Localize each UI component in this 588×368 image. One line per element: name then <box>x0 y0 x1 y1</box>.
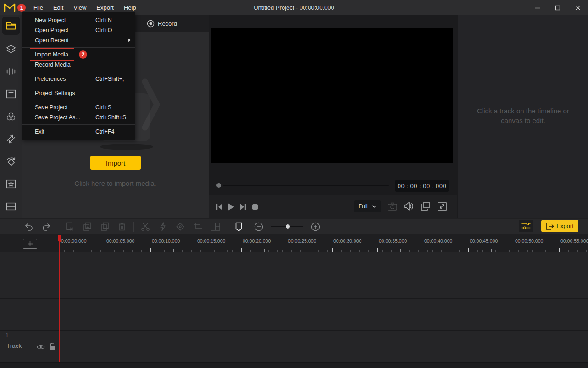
menu-separator <box>22 124 135 125</box>
sidebar-item-split-screen[interactable] <box>0 195 22 217</box>
duplicate-button[interactable] <box>96 219 113 234</box>
timeline-zoom-out-button[interactable] <box>250 219 267 234</box>
snapshot-button[interactable] <box>386 200 399 212</box>
next-frame-icon <box>239 203 247 211</box>
file-menu-dropdown: New ProjectCtrl+N Open ProjectCtrl+O Ope… <box>22 12 135 140</box>
split-button[interactable] <box>137 219 154 234</box>
sidebar-item-motion[interactable] <box>0 150 22 173</box>
trash-icon <box>118 222 126 231</box>
track-name: Track <box>6 342 22 349</box>
next-frame-button[interactable] <box>237 201 249 213</box>
sidebar <box>0 15 22 218</box>
marker-icon <box>235 222 242 231</box>
export-label: Export <box>556 223 574 229</box>
seek-handle[interactable] <box>216 183 221 188</box>
split-screen-icon <box>5 201 17 212</box>
menu-separator <box>22 100 135 100</box>
track-visibility-toggle[interactable] <box>37 344 45 352</box>
import-hint[interactable]: Click here to import media. <box>22 179 209 187</box>
mute-button[interactable] <box>403 200 415 212</box>
previous-frame-icon <box>215 203 223 211</box>
sidebar-item-text[interactable] <box>0 83 22 105</box>
preview-canvas[interactable] <box>211 28 453 163</box>
sidebar-item-transitions[interactable] <box>0 128 22 150</box>
maximize-button[interactable] <box>548 0 568 15</box>
speaker-icon <box>404 202 414 211</box>
menu-separator <box>22 86 135 86</box>
menu-item-save-project[interactable]: Save ProjectCtrl+S <box>22 102 135 112</box>
previous-frame-button[interactable] <box>213 201 225 213</box>
menu-item-save-project-as[interactable]: Save Project As...Ctrl+Shift+S <box>22 112 135 123</box>
timeline-zoom-knob[interactable] <box>286 224 290 229</box>
menu-item-project-settings[interactable]: Project Settings <box>22 88 135 98</box>
undo-button[interactable] <box>20 219 38 234</box>
ruler-tick <box>128 249 128 252</box>
app-logo-icon <box>4 3 16 13</box>
redo-button[interactable] <box>38 219 55 234</box>
sidebar-item-media[interactable] <box>2 17 20 35</box>
menu-item-record-media[interactable]: Record Media <box>22 60 135 70</box>
close-button[interactable] <box>568 0 588 15</box>
stop-button[interactable] <box>249 201 261 213</box>
timeline-tracks[interactable]: 1 Track <box>0 252 588 368</box>
sidebar-item-filters[interactable] <box>0 105 22 128</box>
quick-split-button[interactable] <box>154 219 172 234</box>
text-icon <box>5 88 17 100</box>
sidebar-item-effects[interactable] <box>0 173 22 195</box>
menu-item-open-recent[interactable]: Open Recent <box>22 35 135 45</box>
menu-item-preferences[interactable]: PreferencesCtrl+Shift+, <box>22 74 135 84</box>
cut-clip-icon <box>66 222 74 231</box>
track-lock-toggle[interactable] <box>49 342 55 352</box>
timeline-zoom-in-button[interactable] <box>307 219 324 234</box>
timeline-ruler[interactable]: 0:00:00.00000:00:05.00000:00:10.00000:00… <box>0 234 588 252</box>
record-button[interactable]: Record <box>147 15 177 32</box>
dual-screen-button[interactable] <box>419 200 432 212</box>
layers-icon <box>5 43 17 55</box>
zoom-out-icon <box>254 222 263 231</box>
minimize-button[interactable] <box>527 0 548 15</box>
preview-panel: 00 : 00 : 00 . 000 Full <box>209 15 457 218</box>
ruler-tick <box>446 249 446 252</box>
motion-icon <box>5 156 17 167</box>
menu-separator <box>22 72 135 72</box>
ruler-time-label: 00:00:40.000 <box>424 238 452 244</box>
step-badge-2: 2 <box>79 50 87 59</box>
export-button[interactable]: Export <box>541 220 578 232</box>
preview-zoom-value: Full <box>358 203 367 210</box>
eye-icon <box>37 344 45 350</box>
ruler-tick <box>491 249 492 252</box>
menu-item-new-project[interactable]: New ProjectCtrl+N <box>22 15 135 25</box>
preview-zoom-select[interactable]: Full <box>354 200 381 212</box>
menu-item-exit[interactable]: ExitCtrl+F4 <box>22 127 135 137</box>
play-button[interactable] <box>225 201 237 213</box>
seek-track[interactable] <box>223 185 389 186</box>
split-screen-tool-button[interactable] <box>206 219 224 234</box>
delete-button[interactable] <box>113 219 131 234</box>
ruler-tick <box>60 248 60 252</box>
menu-item-open-project[interactable]: Open ProjectCtrl+O <box>22 25 135 35</box>
import-button[interactable]: Import <box>90 156 141 170</box>
ruler-tick <box>150 248 151 252</box>
crop-button[interactable] <box>189 219 206 234</box>
adjust-settings-button[interactable] <box>519 220 533 232</box>
fullscreen-button[interactable] <box>436 200 448 212</box>
menu-item-import-media[interactable]: Import Media 2 <box>22 50 135 60</box>
timeline-zoom-slider[interactable] <box>271 226 303 227</box>
marker-button[interactable] <box>230 219 247 234</box>
timeline-scrollbar-area[interactable] <box>0 362 588 368</box>
edit-toolbar <box>0 218 588 234</box>
sidebar-item-elements[interactable] <box>0 38 22 60</box>
add-track-button[interactable] <box>23 239 37 249</box>
keyframe-button[interactable] <box>172 219 189 234</box>
cut-clip-button[interactable] <box>61 219 78 234</box>
tutorial-highlight-box <box>30 48 74 61</box>
dual-screen-icon <box>421 202 430 211</box>
ruler-tick <box>83 249 83 252</box>
ruler-tick <box>219 249 219 252</box>
ruler-time-label: 00:00:45.000 <box>470 238 498 244</box>
keyframe-icon <box>176 222 185 231</box>
redo-icon <box>42 223 51 231</box>
ruler-tick <box>423 248 423 252</box>
sidebar-item-audio[interactable] <box>0 60 22 83</box>
copy-button[interactable] <box>78 219 96 234</box>
